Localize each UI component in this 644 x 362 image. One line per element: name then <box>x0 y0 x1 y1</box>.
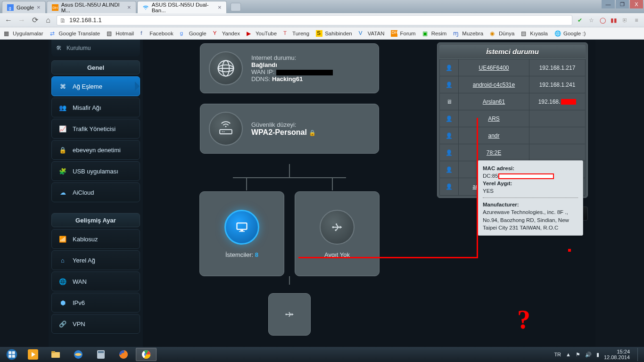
sidebar-item-wireless[interactable]: 📶Kablosuz <box>51 229 140 249</box>
sidebar-item-label: Kurulumu <box>66 45 91 51</box>
bm-item[interactable]: ▣Resim <box>422 30 447 37</box>
bm-item[interactable]: 🌐Google :) <box>554 30 586 37</box>
client-row: 🖥Arslan61192.168. <box>440 93 585 110</box>
taskbar-ie[interactable] <box>68 348 89 361</box>
sidebar-item-ipv6[interactable]: ⬢IPv6 <box>51 293 140 313</box>
bm-item[interactable]: TTureng <box>283 30 309 37</box>
bm-item[interactable]: ▤Kıyasla <box>521 30 548 37</box>
tab-close-icon[interactable]: × <box>218 4 222 11</box>
svg-point-18 <box>335 229 337 231</box>
bm-item[interactable]: ɱMuzebra <box>453 30 483 37</box>
tray-flag-icon[interactable]: ⚑ <box>576 352 580 358</box>
sidebar-item-network-map[interactable]: ⌘Ağ Eşleme <box>51 76 140 96</box>
wizard-icon: 🛠 <box>56 45 62 51</box>
home-icon: ⌂ <box>58 255 68 265</box>
taskbar-explorer[interactable] <box>45 348 66 361</box>
globe-icon: 🌐 <box>58 276 68 287</box>
tab-forum[interactable]: DH Asus DSL-N55U ALINDI M... × <box>47 1 136 13</box>
sidebar-item-label: AiCloud <box>73 189 94 196</box>
bm-item[interactable]: SSahibinden <box>316 30 352 37</box>
bm-item[interactable]: ◉Dünya <box>490 30 514 37</box>
window-maximize[interactable]: ❐ <box>616 0 629 8</box>
tray-lang[interactable]: TR <box>554 352 561 357</box>
sidebar-truncated-item[interactable]: 🛠 Kurulumu <box>51 40 140 57</box>
show-desktop-button[interactable] <box>637 348 641 361</box>
bm-item[interactable]: VVATAN <box>359 30 385 37</box>
tureng-icon: T <box>283 30 290 37</box>
apps-button[interactable]: ▦Uygulamalar <box>4 30 43 37</box>
bm-item[interactable]: ▧Hotmail <box>107 30 134 37</box>
url-text: 192.168.1.1 <box>69 16 102 24</box>
sidebar-item-guest[interactable]: 👥Misafir Ağı <box>51 98 140 117</box>
wanip-label: WAN IP: <box>251 68 274 75</box>
adblock-icon[interactable]: ◯ <box>599 16 606 24</box>
tab-close-icon[interactable]: × <box>37 4 41 11</box>
bm-item[interactable]: ⇄Google Translate <box>50 30 100 37</box>
bm-label: Google <box>189 31 206 36</box>
sidebar-item-lan[interactable]: ⌂Yerel Ağ <box>51 250 140 270</box>
taskbar-calc[interactable] <box>91 348 111 361</box>
client-ip: 192.168.1.241 <box>529 76 585 93</box>
tray-clock[interactable]: 15:24 12.08.2014 <box>604 349 630 360</box>
client-tooltip: MAC adresi: DC:85 Yerel Aygıt: YES Manuf… <box>478 160 583 236</box>
forward-button[interactable]: → <box>17 16 26 25</box>
client-name[interactable]: andr <box>459 127 529 144</box>
os-window: — ❐ X g Google × DH Asus DSL-N55U ALINDI… <box>0 0 644 362</box>
tray-volume-icon[interactable]: 🔊 <box>585 352 592 358</box>
client-status-title: İstemci durumu <box>439 45 586 59</box>
extension-icon[interactable]: ▮▮ <box>610 16 618 24</box>
sidebar-item-vpn[interactable]: 🔗VPN <box>51 314 140 334</box>
tab-router[interactable]: ASUS DSL-N55U Dual-Ban... × <box>137 1 227 13</box>
clients-card[interactable]: İstemciler: 8 <box>199 191 284 276</box>
reload-button[interactable]: ⟳ <box>30 16 40 25</box>
client-ip: 192.168.1.217 <box>529 59 585 76</box>
bm-item[interactable]: YYandex <box>213 30 240 37</box>
shield-icon[interactable]: ⛨ <box>621 16 629 24</box>
sidebar-item-traffic[interactable]: 📈Trafik Yöneticisi <box>51 119 140 139</box>
tab-close-icon[interactable]: × <box>127 4 131 11</box>
router-icon <box>209 112 243 146</box>
security-card[interactable]: Güvenlik düzeyi: WPA2-Personal🔒 <box>200 104 379 154</box>
url-input[interactable]: 🗎 192.168.1.1 <box>57 15 572 25</box>
bm-item[interactable]: ▶YouTube <box>247 30 277 37</box>
usb-card-2[interactable] <box>268 293 311 336</box>
client-name[interactable]: 78:2E <box>459 144 529 161</box>
redacted-box <box>498 173 554 179</box>
sidebar-item-usb[interactable]: 🧩USB uygulaması <box>51 161 140 181</box>
new-tab-button[interactable] <box>231 3 241 11</box>
bm-item[interactable]: DHForum <box>391 30 415 37</box>
window-minimize[interactable]: — <box>602 0 615 8</box>
bm-item[interactable]: fFacebook <box>140 30 173 37</box>
home-button[interactable]: ⌂ <box>43 16 53 25</box>
security-info: Güvenlik düzeyi: WPA2-Personal🔒 <box>251 121 316 137</box>
start-button[interactable] <box>3 348 21 361</box>
taskbar-media-player[interactable] <box>23 348 43 361</box>
sidebar-item-wan[interactable]: 🌐WAN <box>51 272 140 291</box>
ddns-value: Hacking61 <box>272 75 303 82</box>
sidebar-item-parental[interactable]: 🔒ebeveyn denetimi <box>51 140 140 160</box>
check-icon[interactable]: ✔ <box>576 16 584 24</box>
sidebar-item-aicloud[interactable]: ☁AiCloud <box>51 182 140 202</box>
menu-icon[interactable]: ≡ <box>633 16 640 24</box>
bm-item[interactable]: gGoogle <box>180 30 206 37</box>
client-name[interactable]: android-c4c531e <box>459 76 529 93</box>
client-name[interactable]: UE46F6400 <box>459 59 529 76</box>
vatan-icon: V <box>359 30 365 37</box>
internet-status-card[interactable]: Internet durumu: Bağlandı WAN IP: DDNS: … <box>200 43 379 93</box>
usb-card-1[interactable]: Aygıt Yok <box>295 191 380 276</box>
dh-icon: DH <box>52 4 58 11</box>
taskbar-chrome[interactable] <box>136 348 157 361</box>
window-close[interactable]: X <box>630 0 643 8</box>
star-icon[interactable]: ☆ <box>587 16 595 24</box>
manufacturer-label: Manufacturer: <box>483 202 519 207</box>
tray-network-icon[interactable]: ▮ <box>596 352 599 358</box>
client-name[interactable]: Arslan61 <box>459 93 529 110</box>
tray-up-icon[interactable]: ▲ <box>566 352 571 357</box>
taskbar-firefox[interactable] <box>113 348 134 361</box>
client-name[interactable]: ARS <box>459 110 529 127</box>
bm-label: Uygulamalar <box>13 31 43 36</box>
back-button[interactable]: ← <box>4 16 13 25</box>
local-value: YES <box>483 188 494 194</box>
sidebar-item-label: USB uygulaması <box>73 168 118 175</box>
tab-google[interactable]: g Google × <box>2 1 46 13</box>
